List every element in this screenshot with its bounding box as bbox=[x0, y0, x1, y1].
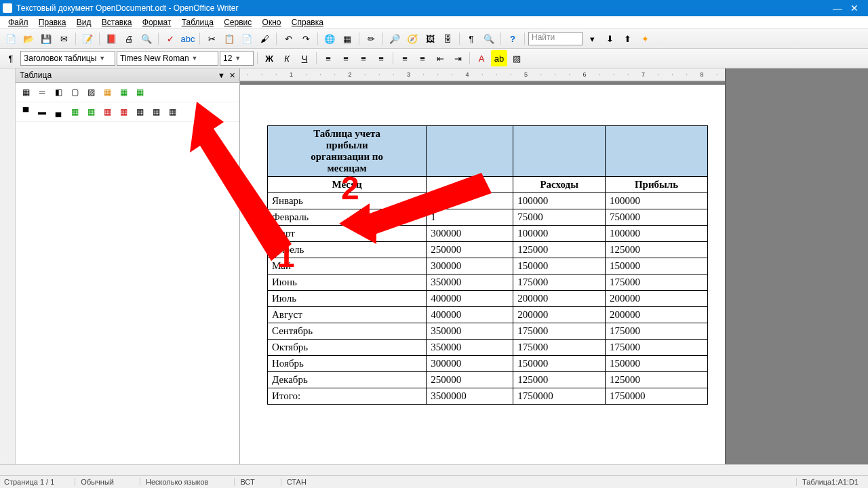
open-icon[interactable]: 📂 bbox=[20, 30, 37, 47]
borders-icon[interactable]: ▢ bbox=[67, 85, 82, 100]
table-cell[interactable]: Октябрь bbox=[268, 340, 427, 356]
font-size-combo[interactable]: 12▼ bbox=[220, 51, 254, 66]
table-cell[interactable]: Март bbox=[268, 226, 427, 242]
draw-icon[interactable]: ✏ bbox=[363, 30, 379, 47]
ins-row-icon[interactable]: ▦ bbox=[67, 104, 82, 119]
find-input[interactable]: Найти bbox=[528, 32, 583, 45]
menu-tools[interactable]: Сервис bbox=[220, 16, 256, 28]
edit-icon[interactable]: 📝 bbox=[79, 30, 96, 47]
table-row[interactable]: Апрель250000125000125000 bbox=[268, 242, 708, 258]
bot-align-icon[interactable]: ▄ bbox=[51, 104, 66, 119]
table-row[interactable]: Май300000150000150000 bbox=[268, 258, 708, 274]
navigator-icon[interactable]: 🧭 bbox=[404, 30, 420, 47]
del-row-icon[interactable]: ▦ bbox=[100, 104, 115, 119]
table-cell[interactable]: 100000 bbox=[606, 193, 708, 209]
zoom-icon[interactable]: 🔍 bbox=[481, 30, 497, 47]
sort-icon[interactable]: ▦ bbox=[165, 104, 180, 119]
find-icon[interactable]: 🔎 bbox=[387, 30, 403, 47]
numbering-icon[interactable]: ≡ bbox=[397, 50, 413, 66]
table-cell[interactable]: 175000 bbox=[513, 274, 606, 291]
pdf-icon[interactable]: 📕 bbox=[103, 30, 119, 47]
table-grid-icon[interactable]: ▦ bbox=[18, 85, 33, 100]
table-cell[interactable]: Январь bbox=[268, 193, 427, 209]
optimize-icon[interactable]: ▦ bbox=[132, 85, 147, 100]
align-right-icon[interactable]: ≡ bbox=[355, 50, 372, 66]
spellcheck-icon[interactable]: ✓ bbox=[162, 30, 178, 47]
table-cell[interactable]: Май bbox=[268, 258, 427, 274]
table-row[interactable]: Февраль175000750000 bbox=[268, 209, 708, 226]
bg-color-icon[interactable]: ▨ bbox=[509, 50, 525, 66]
table-cell[interactable]: 300000 bbox=[427, 356, 513, 372]
top-align-icon[interactable]: ▀ bbox=[18, 104, 33, 119]
print-icon[interactable]: 🖨 bbox=[121, 30, 137, 47]
menu-table[interactable]: Таблица bbox=[178, 16, 218, 28]
undo-icon[interactable]: ↶ bbox=[280, 30, 296, 47]
col-income[interactable]: Доход bbox=[427, 177, 513, 193]
close-button[interactable]: ✕ bbox=[850, 3, 859, 14]
menu-file[interactable]: Файл bbox=[4, 16, 33, 28]
table-cell[interactable]: Сентябрь bbox=[268, 323, 427, 340]
document-area[interactable]: · · · 1 · · · 2 · · · 3 · · · 4 · · · 5 … bbox=[240, 68, 725, 471]
paste-icon[interactable]: 📄 bbox=[239, 30, 255, 47]
highlight-icon[interactable]: ab bbox=[491, 50, 507, 66]
align-center-icon[interactable]: ≡ bbox=[338, 50, 354, 66]
table-cell[interactable]: 75000 bbox=[513, 209, 606, 226]
help-icon[interactable]: ? bbox=[505, 30, 521, 47]
col-expense[interactable]: Расходы bbox=[513, 177, 606, 193]
table-row[interactable]: Июнь350000175000175000 bbox=[268, 274, 708, 291]
table-cell[interactable]: 100000 bbox=[606, 226, 708, 242]
menu-format[interactable]: Формат bbox=[138, 16, 176, 28]
table-cell[interactable]: 175000 bbox=[513, 323, 606, 340]
table-cell[interactable]: Февраль bbox=[268, 209, 427, 226]
email-icon[interactable]: ✉ bbox=[56, 30, 72, 47]
line-style-icon[interactable]: ═ bbox=[35, 85, 50, 100]
menu-edit[interactable]: Правка bbox=[35, 16, 71, 28]
minimize-button[interactable]: — bbox=[833, 3, 842, 14]
table-row[interactable]: Октябрь350000175000175000 bbox=[268, 340, 708, 356]
table-cell[interactable]: 400000 bbox=[427, 291, 513, 307]
table-row[interactable]: Ноябрь300000150000150000 bbox=[268, 356, 708, 372]
line-color-icon[interactable]: ◧ bbox=[51, 85, 66, 100]
find-next-icon[interactable]: ⬆ bbox=[619, 30, 635, 47]
merge-icon[interactable]: ▦ bbox=[100, 85, 115, 100]
table-cell[interactable]: 150000 bbox=[513, 356, 606, 372]
table-row[interactable]: Январь200000100000100000 bbox=[268, 193, 708, 209]
table-cell[interactable]: 250000 bbox=[427, 372, 513, 388]
table-cell[interactable]: 200000 bbox=[606, 291, 708, 307]
tableprops-icon[interactable]: ▦ bbox=[149, 104, 163, 119]
datasource-icon[interactable]: 🗄 bbox=[439, 30, 456, 47]
format-paint-icon[interactable]: 🖌 bbox=[256, 30, 273, 47]
table-cell[interactable]: Ноябрь bbox=[268, 356, 427, 372]
bold-icon[interactable]: Ж bbox=[261, 50, 277, 66]
copy-icon[interactable]: 📋 bbox=[221, 30, 237, 47]
table-cell[interactable]: 150000 bbox=[606, 258, 708, 274]
font-name-combo[interactable]: Times New Roman▼ bbox=[117, 51, 218, 66]
profit-table[interactable]: Таблица учета прибыли организации по мес… bbox=[267, 125, 708, 405]
panel-pin-icon[interactable]: ▼ bbox=[218, 71, 225, 80]
menu-view[interactable]: Вид bbox=[73, 16, 96, 28]
table-row[interactable]: Июль400000200000200000 bbox=[268, 291, 708, 307]
table-cell[interactable]: Декабрь bbox=[268, 372, 427, 388]
table-cell[interactable]: 175000 bbox=[606, 274, 708, 291]
table-cell[interactable]: 350000 bbox=[427, 323, 513, 340]
header-cell[interactable] bbox=[606, 126, 708, 177]
underline-icon[interactable]: Ч bbox=[296, 50, 313, 66]
table-title-cell[interactable]: Таблица учета прибыли организации по мес… bbox=[268, 126, 427, 177]
del-col-icon[interactable]: ▦ bbox=[116, 104, 131, 119]
table-cell[interactable]: 175000 bbox=[513, 340, 606, 356]
table-cell[interactable]: 1 bbox=[427, 209, 513, 226]
menu-help[interactable]: Справка bbox=[288, 16, 328, 28]
table-cell[interactable]: 1750000 bbox=[606, 388, 708, 405]
find-all-icon[interactable]: ✦ bbox=[637, 30, 653, 47]
table-cell[interactable]: Июнь bbox=[268, 274, 427, 291]
autocheck-icon[interactable]: abc bbox=[180, 30, 196, 47]
nonprint-icon[interactable]: ¶ bbox=[463, 30, 479, 47]
table-cell[interactable]: 300000 bbox=[427, 226, 513, 242]
autoformat-icon[interactable]: ▦ bbox=[132, 104, 147, 119]
mid-align-icon[interactable]: ▬ bbox=[35, 104, 50, 119]
cut-icon[interactable]: ✂ bbox=[203, 30, 220, 47]
table-cell[interactable]: Август bbox=[268, 307, 427, 323]
table-row[interactable]: Март300000100000100000 bbox=[268, 226, 708, 242]
font-color-icon[interactable]: A bbox=[473, 50, 490, 66]
table-cell[interactable]: 150000 bbox=[606, 356, 708, 372]
